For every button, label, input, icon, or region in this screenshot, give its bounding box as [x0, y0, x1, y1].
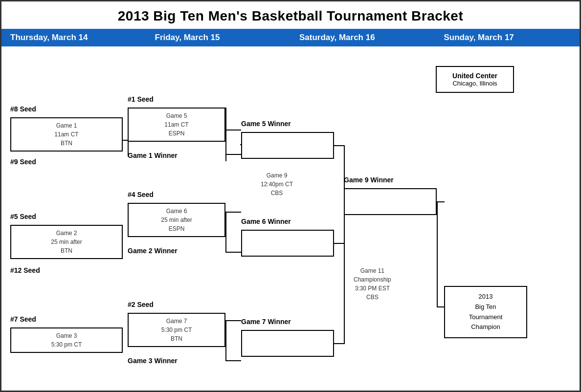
bracket-area: United Center Chicago, Illinois #8 Seed …: [1, 46, 580, 389]
game6-label: Game 6: [129, 207, 224, 216]
day-saturday: Saturday, March 16: [290, 29, 435, 46]
game6-box: Game 6 25 min after ESPN: [128, 203, 225, 237]
seed-9-label: #9 Seed: [10, 158, 36, 166]
seed-4-label: #4 Seed: [128, 191, 154, 198]
game11-time: 3:30 PM EST: [354, 284, 391, 293]
line-h-g7w-right: [334, 343, 344, 344]
game7-network: BTN: [129, 334, 224, 343]
game5-label: Game 5: [129, 111, 224, 120]
game6-network: ESPN: [129, 224, 224, 233]
line-h-g6w-to-g9: [334, 243, 344, 244]
champion-line2: Big Ten: [449, 302, 522, 312]
game7-label: Game 7: [129, 317, 224, 326]
day-sunday: Sunday, March 17: [435, 29, 580, 46]
line-v-fri-g5-connect: [225, 108, 226, 161]
game7-time: 5:30 pm CT: [129, 326, 224, 334]
seed-5-label: #5 Seed: [10, 213, 36, 220]
game1-box: Game 1 11am CT BTN: [10, 117, 123, 152]
game3-box: Game 3 5:30 pm CT: [10, 327, 123, 353]
line-v-g9w-to-g11: [437, 201, 438, 306]
day-friday: Friday, March 15: [146, 29, 291, 46]
line-h-g2w-right: [225, 252, 241, 253]
line-h-sat-g7w: [344, 343, 345, 344]
game1-winner-label: Game 1 Winner: [128, 152, 178, 159]
day-thursday: Thursday, March 14: [1, 29, 146, 46]
line-h-g1w-right: [225, 154, 241, 155]
game2-network: BTN: [11, 246, 122, 255]
game11-network: CBS: [354, 293, 391, 302]
game1-label: Game 1: [11, 121, 122, 130]
seed-7-label: #7 Seed: [10, 315, 36, 323]
line-v-fri-g6-connect: [225, 212, 226, 252]
line-v-thu-top: [128, 126, 129, 156]
champion-box: 2013 Big Ten Tournament Champion: [444, 286, 527, 338]
game5-time: 11am CT: [129, 120, 224, 129]
game1-time: 11am CT: [11, 130, 122, 139]
line-h-g5w-to-g9: [334, 145, 344, 146]
line-h-g5w-connect: [240, 144, 242, 145]
game2-winner-label: Game 2 Winner: [128, 247, 178, 255]
game9-winner-box: [344, 188, 437, 215]
day-header: Thursday, March 14 Friday, March 15 Satu…: [1, 29, 580, 46]
seed-2-label: #2 Seed: [128, 301, 154, 308]
game7-winner-box: [241, 330, 334, 357]
line-h-g9w-right: [437, 201, 445, 202]
line-v-sat-right: [344, 145, 345, 243]
champion-line3: Tournament: [449, 312, 522, 323]
game5-winner-label: Game 5 Winner: [241, 120, 291, 128]
game5-winner-box: [241, 132, 334, 159]
page-title: 2013 Big Ten Men's Basketball Tournament…: [1, 1, 580, 29]
game7-box: Game 7 5:30 pm CT BTN: [128, 313, 225, 347]
game9-center: Game 9 12:40pm CT CBS: [261, 171, 293, 197]
line-h-sat-to-g9w: [344, 198, 345, 199]
champion-line4: Champion: [449, 322, 522, 332]
game5-network: ESPN: [129, 129, 224, 138]
game9-winner-label: Game 9 Winner: [344, 176, 394, 184]
game2-box: Game 2 25 min after BTN: [10, 225, 123, 259]
line-v-fri-g7-connect: [225, 320, 226, 360]
game9-network: CBS: [261, 189, 293, 197]
game2-label: Game 2: [11, 229, 122, 238]
game6-winner-label: Game 6 Winner: [241, 218, 291, 225]
line-v-sat-right-bottom: [344, 243, 345, 343]
game6-winner-box: [241, 230, 334, 257]
seed-8-label: #8 Seed: [10, 105, 36, 113]
game5-box: Game 5 11am CT ESPN: [128, 108, 225, 142]
game3-label: Game 3: [11, 331, 122, 340]
line-h-g7-right: [225, 320, 241, 321]
line-h-g5-right: [225, 130, 241, 131]
line-h-g3w-right: [225, 360, 241, 361]
seed-1-label: #1 Seed: [128, 95, 154, 103]
game11-sub: Championship: [354, 275, 391, 284]
game3-time: 5:30 pm CT: [11, 340, 122, 349]
line-h-g6-right: [225, 212, 241, 213]
venue-line2: Chicago, Illinois: [443, 80, 507, 87]
champion-line1: 2013: [449, 292, 522, 302]
game9-label: Game 9: [261, 171, 293, 180]
line-h-to-champion: [437, 306, 445, 307]
game7-winner-label: Game 7 Winner: [241, 318, 291, 326]
venue-line1: United Center: [443, 72, 507, 80]
venue-box: United Center Chicago, Illinois: [436, 66, 514, 93]
game3-winner-label: Game 3 Winner: [128, 357, 178, 365]
game6-time: 25 min after: [129, 216, 224, 224]
game9-time: 12:40pm CT: [261, 180, 293, 189]
game2-time: 25 min after: [11, 238, 122, 246]
game1-network: BTN: [11, 139, 122, 148]
game11-center: Game 11 Championship 3:30 PM EST CBS: [354, 266, 391, 302]
game11-label: Game 11: [354, 266, 391, 275]
seed-12-label: #12 Seed: [10, 266, 40, 274]
